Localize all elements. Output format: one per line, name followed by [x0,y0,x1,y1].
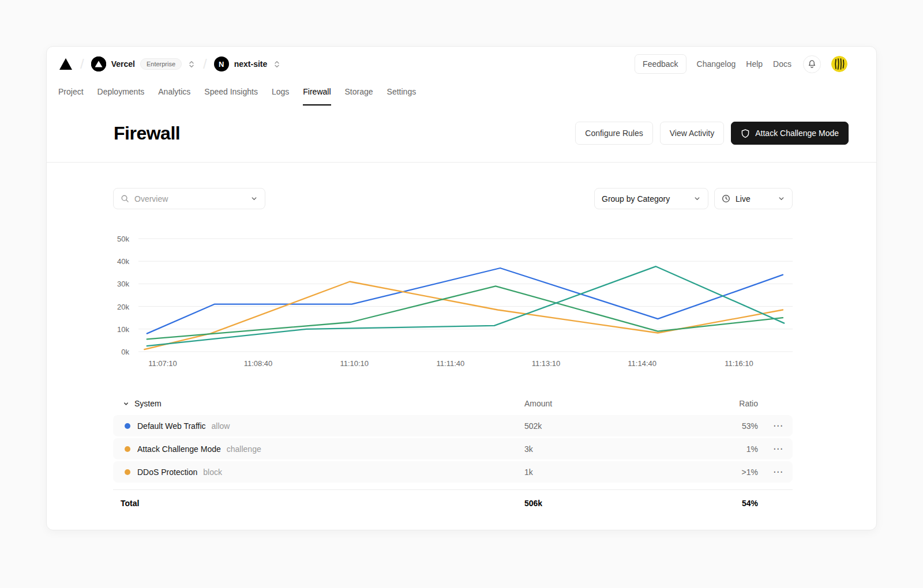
chevron-down-icon [693,195,701,202]
chart-y-axis: 0k10k20k30k40k50k [113,238,129,352]
team-selector-chevrons-icon[interactable] [187,59,196,69]
x-axis-tick-label: 11:14:40 [628,359,656,368]
rule-color-dot [125,446,130,452]
y-axis-tick-label: 20k [117,302,129,311]
tab-logs[interactable]: Logs [265,81,296,105]
breadcrumb-slash-icon: / [80,56,84,72]
feedback-button[interactable]: Feedback [635,54,686,74]
project-switcher[interactable]: N next-site [214,56,282,71]
chart-line-green-series [147,286,783,339]
configure-rules-button[interactable]: Configure Rules [575,122,652,145]
x-axis-tick-label: 11:11:40 [437,359,465,368]
time-range-select[interactable]: Live [714,188,793,209]
overview-combobox[interactable]: Overview [113,188,265,209]
rule-amount: 1k [524,468,703,477]
table-row-default-web-traffic[interactable]: Default Web Traffic allow 502k 53% ⋯ [113,415,793,436]
x-axis-tick-label: 11:16:10 [725,359,753,368]
y-axis-tick-label: 40k [117,257,129,266]
project-nav-tabs: Project Deployments Analytics Speed Insi… [47,81,876,105]
clock-icon [722,194,730,203]
row-menu-icon[interactable]: ⋯ [773,466,783,477]
ratio-column-header: Ratio [703,399,758,408]
chevron-down-icon [778,195,785,202]
rule-amount: 3k [524,444,703,454]
y-axis-tick-label: 10k [117,325,129,333]
rule-name: Attack Challenge Mode [137,444,221,454]
tab-firewall[interactable]: Firewall [296,81,337,105]
team-name: Vercel [111,59,135,69]
rule-action: challenge [227,444,261,454]
bell-icon [808,59,816,69]
group-by-value: Group by Category [602,194,688,203]
collapse-group-chevron-icon[interactable] [123,401,129,407]
breadcrumb-slash-icon: / [203,56,207,72]
attack-challenge-mode-label: Attack Challenge Mode [755,129,839,138]
topbar-left: / Vercel Enterprise / N next-site [58,56,635,72]
dashboard-card: / Vercel Enterprise / N next-site [46,46,877,530]
search-icon [121,194,129,203]
tab-analytics[interactable]: Analytics [151,81,197,105]
chart-controls: Overview Group by Category Live [113,188,793,209]
time-range-value: Live [736,194,772,203]
chart-plot-area[interactable] [138,238,793,352]
rules-table: System Amount Ratio Default Web Traffic … [113,394,793,516]
changelog-link[interactable]: Changelog [697,59,736,69]
x-axis-tick-label: 11:07:10 [148,359,177,368]
page-title: Firewall [114,123,180,144]
tab-settings[interactable]: Settings [380,81,423,105]
project-name: next-site [234,59,268,69]
firewall-content: Overview Group by Category Live 0k10k20k… [47,163,876,516]
amount-column-header: Amount [524,399,703,408]
chart-line-blue-series [147,268,783,334]
view-activity-button[interactable]: View Activity [660,122,725,145]
rule-name: Default Web Traffic [137,421,206,431]
team-avatar [91,56,106,71]
rule-amount: 502k [524,421,703,431]
overview-placeholder: Overview [134,194,245,203]
rule-ratio: >1% [703,468,758,477]
tab-deployments[interactable]: Deployments [91,81,152,105]
row-menu-icon[interactable]: ⋯ [773,420,783,431]
chart-line-amber-series [144,282,783,350]
chart-inner: 0k10k20k30k40k50k [113,238,793,352]
docs-link[interactable]: Docs [773,59,791,69]
group-by-select[interactable]: Group by Category [594,188,708,209]
attack-challenge-mode-button[interactable]: Attack Challenge Mode [731,122,849,145]
rule-color-dot [125,423,130,429]
tab-project[interactable]: Project [51,81,91,105]
team-switcher[interactable]: Vercel Enterprise [91,56,196,71]
topbar-right: Feedback Changelog Help Docs [635,54,847,74]
vercel-logo-icon[interactable] [58,57,73,71]
topbar: / Vercel Enterprise / N next-site [47,47,876,81]
rule-color-dot [125,469,130,475]
help-link[interactable]: Help [746,59,763,69]
total-label: Total [121,499,524,508]
x-axis-tick-label: 11:10:10 [340,359,369,368]
rule-action: block [203,468,222,477]
y-axis-tick-label: 0k [121,348,129,356]
x-axis-tick-label: 11:13:10 [532,359,561,368]
tab-speed-insights[interactable]: Speed Insights [197,81,265,105]
traffic-line-chart: 0k10k20k30k40k50k 11:07:1011:08:4011:10:… [113,238,793,371]
notifications-button[interactable] [803,55,821,73]
chevron-down-icon [250,195,258,202]
project-selector-chevrons-icon[interactable] [272,59,282,69]
y-axis-tick-label: 30k [117,280,129,288]
table-row-attack-challenge-mode[interactable]: Attack Challenge Mode challenge 3k 1% ⋯ [113,438,793,459]
table-row-ddos-protection[interactable]: DDoS Protection block 1k >1% ⋯ [113,461,793,483]
rule-ratio: 1% [703,444,758,454]
y-axis-tick-label: 50k [117,235,129,243]
rule-ratio: 53% [703,421,758,431]
total-amount: 506k [524,499,703,508]
rule-name: DDoS Protection [137,468,197,477]
tab-storage[interactable]: Storage [338,81,380,105]
page-header: Firewall Configure Rules View Activity A… [47,105,876,162]
rule-action: allow [212,421,230,431]
page-actions: Configure Rules View Activity Attack Cha… [575,122,849,145]
project-avatar: N [214,56,229,71]
plan-badge: Enterprise [140,58,182,70]
row-menu-icon[interactable]: ⋯ [773,443,783,454]
group-header-system[interactable]: System [134,399,524,408]
user-avatar[interactable] [831,56,847,72]
x-axis-tick-label: 11:08:40 [244,359,273,368]
